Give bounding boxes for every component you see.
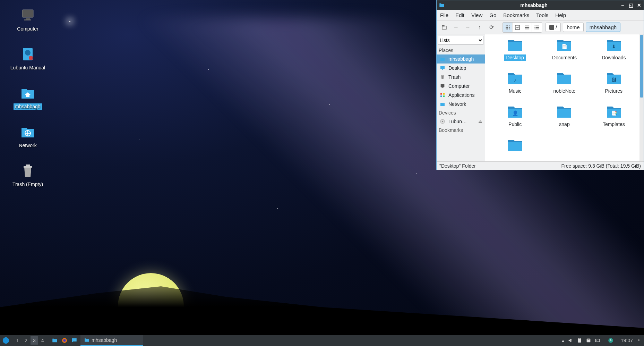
folder-item[interactable] xyxy=(492,138,538,152)
sidebar-item-network[interactable]: Network xyxy=(437,100,485,109)
folder-item[interactable]: ⬇Downloads xyxy=(591,38,637,61)
folder-icon xyxy=(439,2,445,8)
compact-view-button[interactable] xyxy=(522,23,532,32)
sidebar-device[interactable]: Lubun…⏏ xyxy=(437,117,485,126)
sidebar-item-label: Computer xyxy=(448,83,482,89)
sidebar-item-label: Lubun… xyxy=(448,119,475,124)
svg-rect-37 xyxy=(440,95,442,97)
svg-rect-35 xyxy=(440,93,442,95)
desktop-icon-label: Computer xyxy=(16,26,40,32)
workspace-4[interactable]: 4 xyxy=(39,336,46,345)
svg-point-18 xyxy=(507,28,508,29)
clipboard-icon[interactable] xyxy=(577,338,582,343)
network-tray-icon[interactable] xyxy=(595,338,600,343)
menu-help[interactable]: Help xyxy=(555,12,566,18)
new-tab-button[interactable] xyxy=(439,23,449,32)
folder-item[interactable]: nobleNote xyxy=(541,71,587,94)
chat-launcher[interactable] xyxy=(70,336,78,345)
folder-item[interactable]: 🖼Pictures xyxy=(591,71,637,94)
sidebar-mode-select[interactable]: Lists xyxy=(438,36,483,45)
manual-icon xyxy=(19,46,36,62)
folder-item[interactable]: 👤Public xyxy=(492,104,538,127)
desktop-icon-computer[interactable]: Computer xyxy=(7,7,49,32)
file-view[interactable]: Desktop📄Documents⬇Downloads♪MusicnobleNo… xyxy=(485,34,644,161)
file-manager-window: mhsabbagh − ◱ ✕ FileEditViewGoBookmarksT… xyxy=(436,0,644,170)
minimize-button[interactable]: − xyxy=(620,2,625,8)
task-label: mhsabbagh xyxy=(92,337,117,343)
desktop-icon-home-folder[interactable]: mhsabbagh xyxy=(7,85,49,110)
wallpaper-hill xyxy=(0,265,644,335)
workspace-switcher: 1234 xyxy=(14,336,46,345)
clock[interactable]: 19:07 xyxy=(617,338,636,343)
svg-point-15 xyxy=(507,27,508,28)
sidebar-item-computer[interactable]: Computer xyxy=(437,82,485,91)
svg-text:♪: ♪ xyxy=(514,77,516,83)
sidebar-item-trash[interactable]: Trash xyxy=(437,73,485,82)
sidebar-header-bookmarks: Bookmarks xyxy=(437,126,485,134)
menu-file[interactable]: File xyxy=(440,12,448,18)
menu-go[interactable]: Go xyxy=(489,12,496,18)
workspace-2[interactable]: 2 xyxy=(22,336,30,345)
workspace-1[interactable]: 1 xyxy=(14,336,22,345)
menu-tools[interactable]: Tools xyxy=(536,12,548,18)
menu-view[interactable]: View xyxy=(471,12,482,18)
svg-rect-33 xyxy=(441,84,445,87)
menu-bookmarks[interactable]: Bookmarks xyxy=(503,12,529,18)
task-list: mhsabbagh xyxy=(80,335,143,346)
svg-text:📑: 📑 xyxy=(611,110,617,116)
folder-item[interactable]: snap xyxy=(541,104,587,127)
list-view-button[interactable] xyxy=(532,23,542,32)
svg-rect-23 xyxy=(525,28,529,29)
folder-item[interactable]: 📑Templates xyxy=(591,104,637,127)
tray-arrow-icon[interactable]: ▴ xyxy=(562,338,564,343)
folder-item[interactable]: ♪Music xyxy=(492,71,538,94)
sidebar-item-desktop[interactable]: Desktop xyxy=(437,64,485,73)
maximize-button[interactable]: ◱ xyxy=(628,2,633,8)
desktop-icon-trash[interactable]: Trash (Empty) xyxy=(7,162,49,187)
folder-icon: 📑 xyxy=(606,104,622,119)
breadcrumb-current[interactable]: mhsabbagh xyxy=(586,23,620,32)
forward-button[interactable]: → xyxy=(463,23,473,32)
up-button[interactable]: ↑ xyxy=(475,23,484,32)
breadcrumb-root[interactable]: / xyxy=(546,23,561,32)
scrollbar[interactable] xyxy=(639,34,644,161)
eject-icon[interactable]: ⏏ xyxy=(478,119,482,124)
sidebar-devices-list: Lubun…⏏ xyxy=(437,117,485,126)
svg-point-24 xyxy=(534,25,535,26)
workspace-3[interactable]: 3 xyxy=(31,336,38,345)
svg-point-28 xyxy=(534,28,535,29)
sidebar-item-applications[interactable]: Applications xyxy=(437,91,485,100)
folder-label: Music xyxy=(507,88,524,94)
menu-edit[interactable]: Edit xyxy=(455,12,464,18)
svg-text:🖼: 🖼 xyxy=(611,77,616,83)
taskbar-task[interactable]: mhsabbagh xyxy=(80,335,143,346)
show-desktop-button[interactable] xyxy=(636,338,644,344)
svg-rect-29 xyxy=(536,28,539,29)
svg-point-40 xyxy=(442,121,443,122)
folder-item[interactable]: 📄Documents xyxy=(541,38,587,61)
volume-icon[interactable] xyxy=(568,338,573,343)
update-icon[interactable] xyxy=(608,337,614,344)
removable-media-icon[interactable] xyxy=(586,338,591,343)
window-titlebar[interactable]: mhsabbagh − ◱ ✕ xyxy=(437,0,644,10)
desktop-icon-network[interactable]: Network xyxy=(7,124,49,149)
svg-rect-36 xyxy=(443,93,445,95)
scrollbar-thumb[interactable] xyxy=(640,35,643,98)
sidebar-item-mhsabbagh[interactable]: mhsabbagh xyxy=(437,54,485,64)
thumbnail-view-button[interactable] xyxy=(513,23,522,32)
close-button[interactable]: ✕ xyxy=(637,2,642,8)
desktop-icon-manual[interactable]: Lubuntu Manual xyxy=(7,46,49,71)
sidebar-item-label: Applications xyxy=(448,92,482,98)
back-button[interactable]: ← xyxy=(451,23,461,32)
svg-rect-38 xyxy=(443,95,445,97)
icon-view-button[interactable] xyxy=(503,23,513,32)
svg-point-14 xyxy=(506,27,507,28)
breadcrumb-home[interactable]: home xyxy=(563,23,584,32)
reload-button[interactable]: ⟳ xyxy=(487,23,496,32)
network-icon xyxy=(439,101,446,107)
app-menu-button[interactable] xyxy=(1,336,10,345)
folder-label: Public xyxy=(506,121,524,127)
folder-item[interactable]: Desktop xyxy=(492,38,538,61)
firefox-launcher[interactable] xyxy=(60,336,69,345)
file-manager-launcher[interactable] xyxy=(51,336,59,345)
